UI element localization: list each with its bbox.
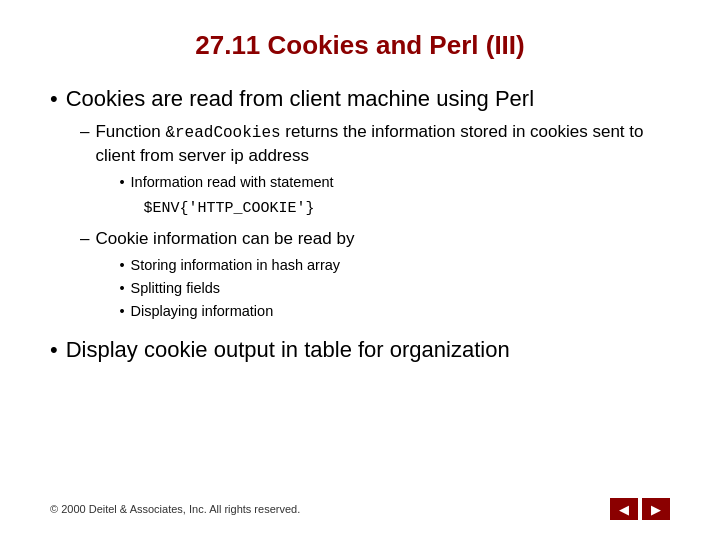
dash-1-1: – bbox=[80, 120, 89, 144]
bullet-dot-2: • bbox=[50, 336, 58, 365]
bullet-dot-1: • bbox=[50, 85, 58, 114]
nav-prev-icon: ◀ bbox=[619, 503, 629, 516]
nav-prev-button[interactable]: ◀ bbox=[610, 498, 638, 520]
footer-copyright: © 2000 Deitel & Associates, Inc. All rig… bbox=[50, 503, 300, 515]
sub-text-1-1-before: Function bbox=[95, 122, 165, 141]
nested-bullet-storing-text: Storing information in hash array bbox=[131, 255, 341, 275]
bullet-2-main: • Display cookie output in table for org… bbox=[50, 336, 670, 365]
nb-dot-info-read: • bbox=[119, 172, 124, 192]
code-readcookies: &readCookies bbox=[165, 124, 280, 142]
sub-text-1-1: Function &readCookies returns the inform… bbox=[95, 120, 670, 219]
sub-bullet-1-1: – Function &readCookies returns the info… bbox=[80, 120, 670, 219]
sub-text-1-2-main: Cookie information can be read by bbox=[95, 229, 354, 248]
sub-bullet-1-2: – Cookie information can be read by • St… bbox=[80, 227, 670, 322]
bullet-1-main: • Cookies are read from client machine u… bbox=[50, 85, 670, 114]
sub-text-1-2: Cookie information can be read by • Stor… bbox=[95, 227, 354, 322]
bullet-1: • Cookies are read from client machine u… bbox=[50, 85, 670, 322]
nested-bullet-info-read-text: Information read with statement bbox=[131, 172, 334, 192]
bullet-2-text: Display cookie output in table for organ… bbox=[66, 336, 510, 365]
nav-next-icon: ▶ bbox=[651, 503, 661, 516]
nested-bullets-1-1: • Information read with statement $ENV{'… bbox=[119, 172, 670, 219]
dash-1-2: – bbox=[80, 227, 89, 251]
nested-bullet-displaying: • Displaying information bbox=[119, 301, 354, 321]
nested-bullet-info-read: • Information read with statement bbox=[119, 172, 670, 192]
bullet-1-sub-section: – Function &readCookies returns the info… bbox=[80, 120, 670, 322]
nav-buttons: ◀ ▶ bbox=[610, 498, 670, 520]
code-block-env: $ENV{'HTTP_COOKIE'} bbox=[143, 198, 670, 219]
slide-title: 27.11 Cookies and Perl (III) bbox=[50, 30, 670, 61]
nested-bullet-displaying-text: Displaying information bbox=[131, 301, 274, 321]
main-content: • Cookies are read from client machine u… bbox=[50, 85, 670, 488]
nested-bullet-splitting: • Splitting fields bbox=[119, 278, 354, 298]
nb-dot-splitting: • bbox=[119, 278, 124, 298]
nb-dot-displaying: • bbox=[119, 301, 124, 321]
bullet-1-text: Cookies are read from client machine usi… bbox=[66, 85, 534, 114]
slide: 27.11 Cookies and Perl (III) • Cookies a… bbox=[0, 0, 720, 540]
nested-bullet-splitting-text: Splitting fields bbox=[131, 278, 220, 298]
nb-dot-storing: • bbox=[119, 255, 124, 275]
nested-bullets-1-2: • Storing information in hash array • Sp… bbox=[119, 255, 354, 322]
bullet-2: • Display cookie output in table for org… bbox=[50, 336, 670, 371]
nav-next-button[interactable]: ▶ bbox=[642, 498, 670, 520]
footer: © 2000 Deitel & Associates, Inc. All rig… bbox=[50, 488, 670, 520]
nested-bullet-storing: • Storing information in hash array bbox=[119, 255, 354, 275]
